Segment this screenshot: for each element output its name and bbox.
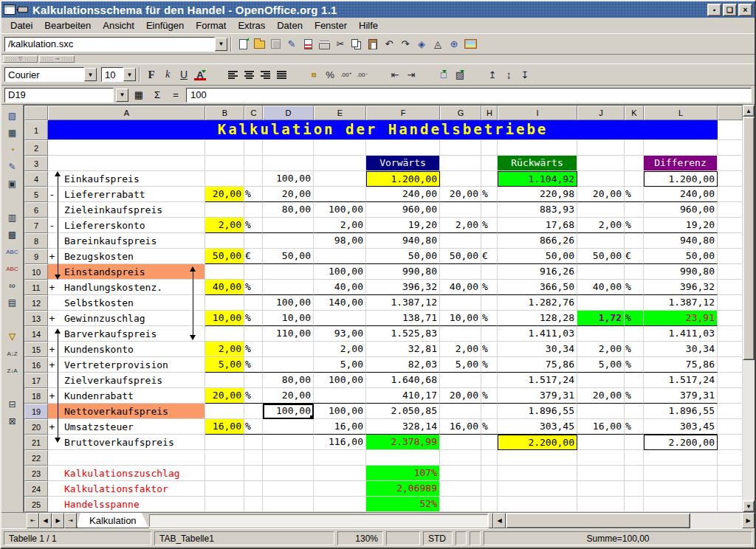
cell-I5[interactable]: 220,98 [498, 187, 577, 202]
row-header-19[interactable]: 19 [24, 404, 48, 419]
cell-L22[interactable] [644, 450, 718, 466]
cell-J5[interactable]: 20,00 [577, 187, 625, 202]
cell-B23[interactable] [205, 466, 244, 481]
cell-K6[interactable] [625, 202, 644, 218]
cell-E7[interactable]: 2,00 [314, 218, 366, 233]
font-name-combo[interactable] [4, 67, 84, 82]
cell-K23[interactable] [625, 466, 644, 481]
menu-item[interactable]: Datei [4, 18, 38, 32]
cell-H24[interactable] [481, 481, 498, 497]
row-header-25[interactable]: 25 [24, 497, 48, 512]
cell-I14[interactable]: 1.411,03 [498, 326, 577, 342]
cell-H11[interactable]: % [481, 280, 498, 295]
cell-L6[interactable]: 960,00 [644, 202, 718, 218]
row-header-17[interactable]: 17 [24, 373, 48, 388]
cell-H20[interactable]: % [481, 419, 498, 435]
cell-G12[interactable] [440, 295, 481, 311]
cell-J16[interactable]: 5,00 [577, 357, 625, 373]
cell-D9[interactable]: 50,00 [263, 249, 314, 264]
cell-A5[interactable]: -Liefererrabatt [48, 187, 205, 202]
cell-F3[interactable]: Vorwärts [366, 156, 440, 171]
cell-C25[interactable] [244, 497, 263, 512]
cell-E16[interactable]: 5,00 [314, 357, 366, 373]
background-color-button[interactable]: ▨ [452, 66, 468, 83]
sep1[interactable] [4, 193, 21, 209]
cell-H21[interactable] [481, 435, 498, 450]
url-dropdown-button[interactable]: ▼ [215, 38, 227, 51]
column-header-L[interactable]: L [644, 106, 718, 120]
cell-G6[interactable] [440, 202, 481, 218]
cell-K15[interactable]: % [625, 342, 644, 357]
document-url-combo[interactable] [4, 37, 215, 52]
cell-L23[interactable] [644, 466, 718, 481]
cell-I4[interactable]: 1.104,92 [498, 171, 577, 187]
font-size-input[interactable] [102, 69, 123, 80]
row-header-2[interactable]: 2 [24, 140, 48, 156]
cell-K4[interactable] [625, 171, 644, 187]
cell-F24[interactable]: 2,06989 [366, 481, 440, 497]
autoformat-icon[interactable]: ▩ [4, 227, 21, 243]
cell-E9[interactable] [314, 249, 366, 264]
menu-item[interactable]: Extras [232, 18, 271, 32]
menu-item[interactable]: Ansicht [97, 18, 140, 32]
cell-L20[interactable]: 303,45 [644, 419, 718, 435]
sheet-tab-kalkulation[interactable]: Kalkulation [77, 513, 149, 528]
cell-J11[interactable]: 40,00 [577, 280, 625, 295]
cell-L15[interactable]: 30,34 [644, 342, 718, 357]
cell-C7[interactable]: % [244, 218, 263, 233]
sort-descending-icon[interactable]: Z↓A [4, 362, 21, 379]
sep2[interactable] [4, 311, 21, 328]
cell-E19[interactable]: 100,00 [314, 404, 366, 419]
cell-A24[interactable]: Kalkulationsfaktor [48, 481, 205, 497]
cell-J9[interactable]: 50,00 [577, 249, 625, 264]
cell-J14[interactable] [577, 326, 625, 342]
cell-L8[interactable]: 940,80 [644, 233, 718, 249]
cell-E24[interactable] [314, 481, 366, 497]
find-replace-icon[interactable]: ∞ [4, 277, 21, 294]
cell-A14[interactable]: Barverkaufspreis [48, 326, 205, 342]
hyperlink-icon[interactable]: ⊕ [446, 36, 462, 52]
cell-K21[interactable] [625, 435, 644, 450]
cell-C11[interactable]: % [244, 280, 263, 295]
cell-F8[interactable]: 940,80 [366, 233, 440, 249]
previous-sheet-button[interactable]: ◀ [39, 513, 52, 528]
cell-H10[interactable] [481, 264, 498, 280]
cell-F9[interactable]: 50,00 [366, 249, 440, 264]
cell-D8[interactable] [263, 233, 314, 249]
cell-L3[interactable]: Differenz [644, 156, 718, 171]
cell-H9[interactable]: € [481, 249, 498, 264]
tab-scroll-splitter[interactable] [488, 513, 493, 528]
cell-E8[interactable]: 98,00 [314, 233, 366, 249]
cell-E10[interactable]: 100,00 [314, 264, 366, 280]
cell-J15[interactable]: 2,00 [577, 342, 625, 357]
cell-F11[interactable]: 396,32 [366, 280, 440, 295]
cell-B12[interactable] [205, 295, 244, 311]
font-name-input[interactable] [5, 69, 83, 80]
cell-B4[interactable] [205, 171, 244, 187]
row-header-21[interactable]: 21 [24, 435, 48, 450]
horizontal-scroll-thumb[interactable] [506, 513, 690, 528]
cell-B19[interactable] [205, 404, 244, 419]
cell-D19[interactable]: 100,00 [263, 404, 314, 419]
cell-K20[interactable]: % [625, 419, 644, 435]
cell-K18[interactable]: % [625, 388, 644, 404]
cell-L14[interactable]: 1.411,03 [644, 326, 718, 342]
column-header-K[interactable]: K [625, 106, 644, 120]
cell-A25[interactable]: Handelsspanne [48, 497, 205, 512]
align-center-v-button[interactable]: ↨ [501, 66, 517, 83]
cell-I16[interactable]: 75,86 [498, 357, 577, 373]
cell-L11[interactable]: 396,32 [644, 280, 718, 295]
cell-J12[interactable] [577, 295, 625, 311]
cell-D18[interactable]: 20,00 [263, 388, 314, 404]
cell-H5[interactable]: % [481, 187, 498, 202]
cell-G15[interactable]: 2,00 [440, 342, 481, 357]
cell-F16[interactable]: 82,03 [366, 357, 440, 373]
cell-E5[interactable] [314, 187, 366, 202]
cell-J19[interactable] [577, 404, 625, 419]
save-document-icon[interactable] [267, 36, 284, 52]
cell-L13[interactable]: 23,91 [644, 311, 718, 326]
spellcheck-icon[interactable]: ABC [4, 244, 21, 260]
cell-C2[interactable] [244, 140, 263, 156]
cell-K14[interactable] [625, 326, 644, 342]
cell-L5[interactable]: 240,00 [644, 187, 718, 202]
